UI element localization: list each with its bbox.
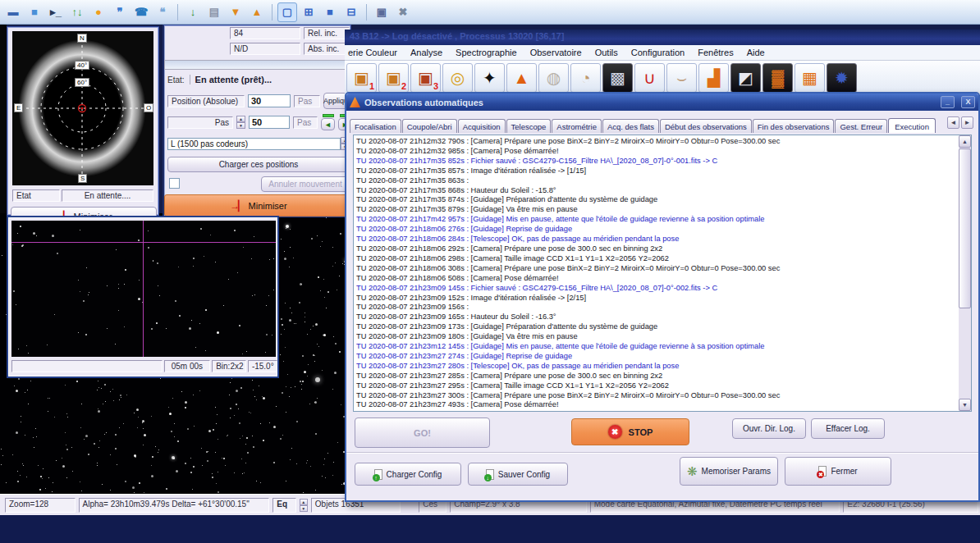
- frame-select[interactable]: Eq: [272, 498, 295, 513]
- terminal-icon[interactable]: ▸_: [46, 2, 66, 22]
- log-output[interactable]: TU 2020-08-07 21h12m32 790s : [Camera] P…: [353, 135, 972, 412]
- star: [66, 449, 68, 450]
- log-line: TU 2020-08-07 21h18m06 508s : [Camera] P…: [356, 274, 969, 284]
- star: [281, 318, 282, 320]
- star: [137, 427, 138, 428]
- minimize-window-button[interactable]: _: [941, 96, 955, 108]
- comment-icon[interactable]: ❝: [153, 2, 172, 22]
- display-icon[interactable]: ■: [25, 2, 44, 22]
- tab-execution[interactable]: Execution: [888, 118, 936, 133]
- tab-astrom-trie[interactable]: Astrométrie: [552, 119, 602, 133]
- coordinates: Alpha= 23h10m39.479s Delta= +61°30'00.15…: [79, 498, 270, 513]
- tab-acquisition[interactable]: Acquisition: [458, 119, 506, 133]
- tab-coupole-abri[interactable]: Coupole/Abri: [402, 119, 457, 133]
- star: [18, 378, 20, 380]
- stop-button[interactable]: ✖ STOP: [571, 418, 689, 445]
- camera-image[interactable]: [11, 221, 276, 357]
- clamp-icon[interactable]: ∪: [634, 63, 665, 93]
- panel-icon[interactable]: ▢: [277, 2, 297, 22]
- camera1-icon[interactable]: ▣1: [346, 63, 377, 93]
- gears-icon[interactable]: ✹: [827, 63, 857, 93]
- dome-icon[interactable]: ◍: [538, 63, 569, 93]
- log-scrollbar[interactable]: ▲ ▼: [959, 135, 971, 411]
- close-button[interactable]: ✖ Fermer: [785, 457, 891, 486]
- load-config-button[interactable]: ↑ Charger Config: [355, 463, 461, 486]
- star: [280, 438, 282, 440]
- memorize-params-button[interactable]: ❋ Memoriser Params: [680, 457, 778, 486]
- telescope-icon[interactable]: ✦: [474, 63, 505, 93]
- tab-scroll-right[interactable]: ►: [961, 116, 973, 129]
- frame-spinner[interactable]: ▲▼: [300, 499, 308, 512]
- menu-item-fen-tres[interactable]: Fenêtres: [698, 48, 733, 57]
- star: [191, 320, 192, 321]
- scroll-thumb[interactable]: [959, 148, 971, 308]
- setup-icon[interactable]: ◔: [570, 63, 601, 93]
- mosaic-icon[interactable]: ▦: [795, 63, 825, 93]
- frame-icon[interactable]: ◩: [730, 63, 761, 93]
- camera3-icon[interactable]: ▣3: [410, 63, 441, 93]
- chat-icon[interactable]: ❞: [110, 2, 130, 22]
- camera2-icon[interactable]: ▣2: [378, 63, 409, 93]
- phone-icon[interactable]: ☎: [131, 2, 151, 22]
- document-x-icon: ✖: [818, 466, 827, 477]
- observations-titlebar[interactable]: Observations automatiques _ X: [346, 94, 978, 111]
- focuser-minimize-button[interactable]: →▏ Minimiser: [164, 194, 353, 217]
- tab-scroll-left[interactable]: ◄: [947, 116, 959, 129]
- copy-icon[interactable]: ▣: [372, 2, 392, 22]
- menu-item-erie-couleur[interactable]: erie Couleur: [348, 48, 397, 57]
- compass-ring40-label: 40°: [75, 61, 89, 70]
- menu-item-analyse[interactable]: Analyse: [410, 48, 442, 57]
- panel-solid-icon[interactable]: ■: [320, 2, 340, 22]
- open-log-dir-button[interactable]: Ouvr. Dir. Log.: [732, 418, 806, 439]
- compass-ring60-label: 60°: [75, 78, 89, 87]
- package-up-icon[interactable]: ▲: [247, 2, 267, 22]
- menu-item-aide[interactable]: Aide: [747, 48, 765, 57]
- network-icon[interactable]: ▤: [204, 2, 224, 22]
- tab-fin-des-observations[interactable]: Fin des observations: [753, 119, 835, 133]
- focuser-checkbox[interactable]: [169, 178, 180, 189]
- expand-icon[interactable]: ⊞: [299, 2, 318, 22]
- step-spinner[interactable]: ▲▼: [236, 116, 245, 129]
- compress-icon[interactable]: ⊟: [341, 2, 361, 22]
- move-left-button[interactable]: ◄: [321, 118, 335, 130]
- histogram-icon[interactable]: ▟: [698, 63, 729, 93]
- clear-log-button[interactable]: Effacer Log.: [811, 418, 885, 439]
- console-icon[interactable]: ▬: [3, 2, 23, 22]
- tab-d-but-des-observations[interactable]: Début des observations: [660, 119, 752, 133]
- cone-icon[interactable]: ▲: [506, 63, 537, 93]
- step-input[interactable]: 50: [249, 116, 290, 129]
- star: [174, 436, 175, 437]
- columns-icon[interactable]: ▓: [762, 63, 793, 93]
- save-config-button[interactable]: ↓ Sauver Config: [468, 463, 568, 486]
- star: [307, 334, 308, 335]
- go-button[interactable]: GO!: [355, 418, 490, 448]
- tools-icon[interactable]: ✖: [393, 2, 413, 22]
- scroll-down-arrow[interactable]: ▼: [959, 399, 971, 411]
- log-line: TU 2020-08-07 21h23m09 180s : [Guidage] …: [356, 332, 969, 342]
- coin-icon[interactable]: ●: [89, 2, 108, 22]
- tab-telescope[interactable]: Telescope: [506, 119, 552, 133]
- log-line: TU 2020-08-07 21h23m27 285s : [Camera] P…: [356, 372, 969, 381]
- close-window-button[interactable]: X: [961, 96, 975, 108]
- star: [334, 372, 337, 374]
- load-positions-button[interactable]: Charger ces positions: [167, 157, 350, 172]
- menu-item-outils[interactable]: Outils: [595, 48, 618, 57]
- preset-select[interactable]: L (1500 pas codeurs): [167, 138, 341, 150]
- import-icon[interactable]: ↓: [183, 2, 203, 22]
- menu-item-observatoire[interactable]: Observatoire: [530, 48, 582, 57]
- tab-acq-des-flats[interactable]: Acq. des flats: [602, 119, 659, 133]
- tab-gest-erreur[interactable]: Gest. Erreur: [835, 119, 887, 133]
- scroll-up-arrow[interactable]: ▲: [959, 135, 971, 148]
- star: [208, 451, 208, 452]
- menu-item-configuration[interactable]: Configuration: [631, 48, 685, 57]
- menu-item-spectrographie[interactable]: Spectrographie: [456, 48, 517, 57]
- package-down-icon[interactable]: ▼: [226, 2, 245, 22]
- curve-icon[interactable]: ⌣: [666, 63, 697, 93]
- sync-arrows-icon[interactable]: ↑↓: [67, 2, 87, 22]
- cancel-move-button[interactable]: Annuler mouvement: [261, 176, 350, 192]
- focuser-icon[interactable]: ◎: [442, 63, 473, 93]
- crosshair-vertical: [143, 221, 144, 357]
- ccd-image-icon[interactable]: ▩: [602, 63, 633, 93]
- position-input[interactable]: 30: [248, 94, 291, 107]
- tab-focalisation[interactable]: Focalisation: [350, 119, 401, 133]
